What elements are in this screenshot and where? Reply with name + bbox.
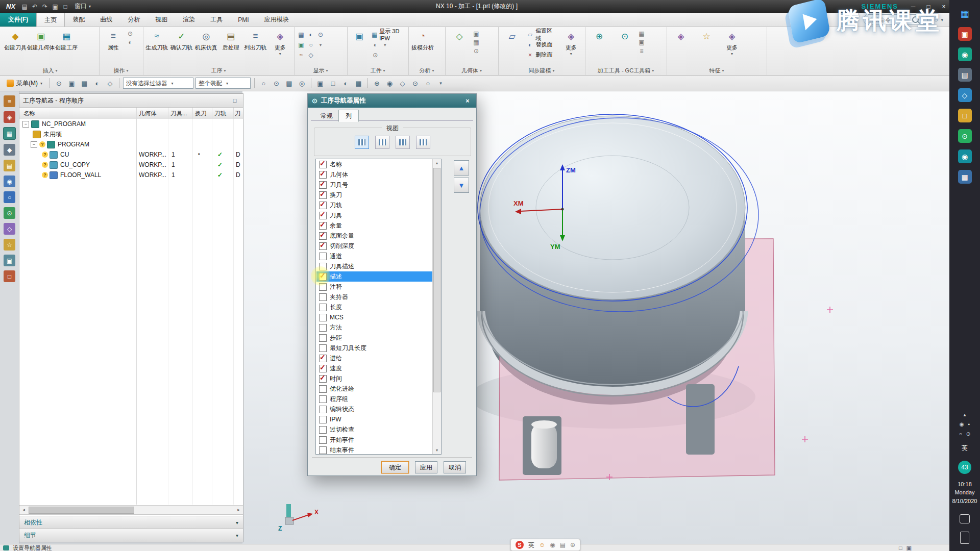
- tab-pmi[interactable]: PMI: [230, 13, 256, 27]
- file-explorer-icon[interactable]: [958, 109, 972, 122]
- collapse-icon[interactable]: [31, 141, 37, 148]
- voice-icon[interactable]: [550, 541, 555, 548]
- draft-analysis-button[interactable]: 拔模分析: [410, 28, 435, 52]
- view-style-icon-3[interactable]: [396, 136, 410, 149]
- column-option-row-selected[interactable]: 描述: [316, 271, 432, 282]
- volume-icon[interactable]: [966, 431, 970, 437]
- clipboard-icon[interactable]: [50, 2, 60, 11]
- emoji-icon[interactable]: [539, 541, 545, 548]
- notification-badge[interactable]: 43: [958, 461, 971, 474]
- create-operation-button[interactable]: 创建工序: [54, 28, 79, 52]
- save-icon[interactable]: [19, 2, 30, 11]
- work-plane-icon[interactable]: [372, 78, 382, 89]
- shaded-view-icon[interactable]: [315, 78, 326, 89]
- group-label-gc-toolbox[interactable]: 加工工具 - GC工具箱: [585, 67, 667, 74]
- checkbox-icon[interactable]: [319, 334, 327, 342]
- checkbox-icon[interactable]: [319, 161, 327, 168]
- window-menu[interactable]: 窗口: [70, 2, 95, 11]
- column-option-row[interactable]: 优化进给: [316, 384, 432, 394]
- workpiece-option-icon[interactable]: [371, 41, 379, 49]
- tab-curve[interactable]: 曲线: [92, 13, 120, 27]
- tab-view[interactable]: 视图: [148, 13, 175, 27]
- group-label-insert[interactable]: 插入: [1, 67, 99, 74]
- column-option-row[interactable]: 换刀: [316, 190, 432, 200]
- keyboard-icon[interactable]: [560, 541, 566, 548]
- ime-lang-toggle[interactable]: 英: [528, 541, 534, 549]
- view-style-icon-4[interactable]: [416, 136, 430, 149]
- synchronous-modeling-button[interactable]: [500, 28, 525, 43]
- window-icon[interactable]: [410, 78, 421, 89]
- navigator-tree[interactable]: NC_PROGRAM 未用项 ? PROGRAM ? CU WORKP... 1…: [19, 119, 243, 505]
- scroll-right-icon[interactable]: ▸: [235, 506, 242, 513]
- column-option-row[interactable]: 切削深度: [316, 241, 432, 251]
- checkbox-icon[interactable]: [319, 446, 327, 454]
- tab-file[interactable]: 文件(F): [0, 13, 36, 27]
- scroll-up-icon[interactable]: ▴: [433, 159, 441, 167]
- display-option-icon[interactable]: [297, 41, 305, 49]
- checkbox-icon[interactable]: [319, 375, 327, 383]
- gc-tool-button-1[interactable]: [586, 28, 612, 43]
- navigator-column-header[interactable]: 名称 几何体 刀具... 换刀 刀轨 刀: [19, 108, 243, 119]
- true-shading-icon[interactable]: [384, 78, 395, 89]
- checkbox-icon[interactable]: [319, 293, 327, 301]
- geometry-option-icon[interactable]: [472, 38, 480, 46]
- web-browser-icon[interactable]: [4, 191, 15, 203]
- capture-app-icon[interactable]: [958, 149, 972, 163]
- view-style-icon-1[interactable]: [355, 136, 369, 149]
- selection-scope-dropdown[interactable]: 整个装配: [195, 78, 251, 89]
- dialog-titlebar[interactable]: 工序导航器属性: [308, 94, 476, 108]
- display-option-icon[interactable]: [297, 51, 305, 59]
- horizontal-scrollbar[interactable]: ◂ ▸: [19, 505, 243, 515]
- hd3d-tools-icon[interactable]: [4, 176, 15, 187]
- refresh-icon[interactable]: [423, 78, 433, 89]
- part-top-face[interactable]: [480, 116, 745, 299]
- more-button[interactable]: 更多: [268, 28, 292, 56]
- group-label-synchronous[interactable]: 同步建模: [498, 67, 585, 74]
- geometry-option-icon[interactable]: [472, 30, 480, 38]
- calculator-app-icon[interactable]: [958, 68, 972, 82]
- column-header[interactable]: 刀轨: [214, 110, 226, 117]
- tab-render[interactable]: 渲染: [175, 13, 203, 27]
- show-3d-ipw-button[interactable]: 显示 3D IPW: [370, 30, 407, 39]
- column-header[interactable]: 几何体: [139, 110, 157, 117]
- checkbox-icon[interactable]: [319, 222, 327, 230]
- checkbox-icon[interactable]: [319, 232, 327, 240]
- checkbox-icon[interactable]: [319, 365, 327, 372]
- display-option-icon[interactable]: [307, 51, 315, 59]
- viewport-layout-icon[interactable]: [906, 545, 912, 551]
- column-option-row[interactable]: 刀具: [316, 210, 432, 220]
- delete-face-button[interactable]: 删除面: [525, 50, 559, 60]
- navigator-properties-dialog[interactable]: 工序导航器属性 常规 列 视图 名称 几何体 刀具号 换刀 刀轨 刀具 余量 底…: [307, 93, 477, 476]
- group-label-display[interactable]: 显示: [294, 67, 347, 74]
- tree-row-cu[interactable]: ? CU WORKP... 1 ✓ D: [19, 149, 243, 160]
- group-label-operation[interactable]: 操作: [99, 67, 143, 74]
- column-option-row[interactable]: 余量: [316, 220, 432, 231]
- headset-app-icon[interactable]: [958, 47, 972, 61]
- chevron-down-icon[interactable]: [316, 41, 325, 49]
- move-column-down-button[interactable]: [454, 178, 469, 193]
- column-option-row[interactable]: 编辑状态: [316, 404, 432, 414]
- show-desktop-icon[interactable]: [960, 532, 969, 544]
- checkbox-icon[interactable]: [319, 344, 327, 352]
- zoom-icon[interactable]: [271, 78, 282, 89]
- rotate-icon[interactable]: [297, 78, 307, 89]
- column-option-row[interactable]: 刀具号: [316, 180, 432, 190]
- column-option-row[interactable]: 注释: [316, 282, 432, 292]
- collapse-icon[interactable]: [22, 121, 29, 128]
- tab-tools[interactable]: 工具: [203, 13, 230, 27]
- grid-app-icon[interactable]: [958, 170, 972, 184]
- checkbox-icon[interactable]: [319, 436, 327, 444]
- column-option-row[interactable]: 刀具描述: [316, 261, 432, 271]
- column-option-row[interactable]: 底面余量: [316, 231, 432, 241]
- ime-indicator[interactable]: 英: [962, 444, 968, 453]
- column-option-row[interactable]: 结束事件: [316, 445, 432, 454]
- tree-row-unused[interactable]: 未用项: [19, 129, 243, 139]
- checkbox-icon[interactable]: [319, 273, 327, 281]
- checkbox-icon[interactable]: [319, 253, 327, 260]
- render-style-icon[interactable]: [397, 78, 408, 89]
- tree-row-nc-program[interactable]: NC_PROGRAM: [19, 119, 243, 129]
- checkbox-icon[interactable]: [319, 426, 327, 434]
- column-option-row[interactable]: 速度: [316, 363, 432, 373]
- start-icon[interactable]: [958, 7, 972, 20]
- column-option-row[interactable]: 进给: [316, 353, 432, 363]
